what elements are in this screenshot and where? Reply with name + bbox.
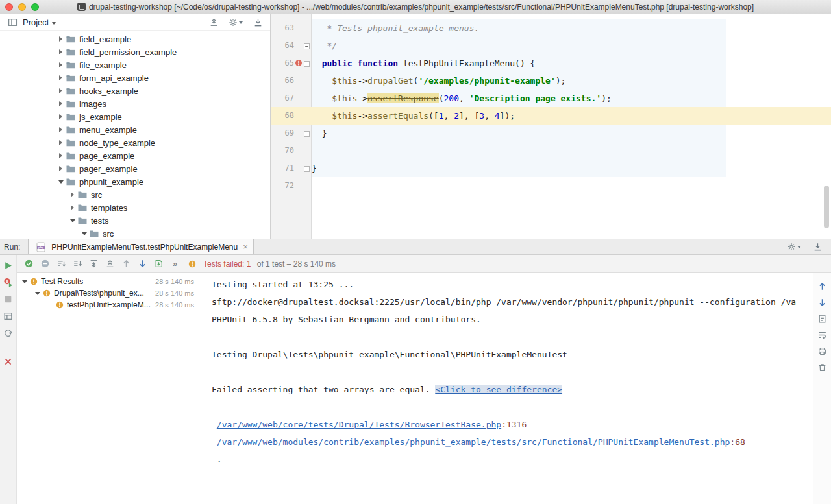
gutter-line-68[interactable]: 68 [271,107,312,125]
chevron-right-icon[interactable] [57,165,64,173]
show-passed-button[interactable] [21,258,36,270]
fold-region-icon[interactable] [304,58,310,69]
gutter-line-70[interactable]: 70 [271,142,312,160]
project-tree-item-form_api_example[interactable]: form_api_example [0,71,270,84]
gutter-line-69[interactable]: 69 [271,125,312,142]
rerun-test-button[interactable] [1,259,16,272]
zoom-window-button[interactable] [31,3,39,11]
project-tree-item-hooks_example[interactable]: hooks_example [0,84,270,97]
chevron-down-icon[interactable] [34,290,41,297]
next-stack-trace-button[interactable] [815,296,830,309]
chevron-down-icon[interactable] [69,217,76,224]
chevron-right-icon[interactable] [57,139,64,147]
close-tab-icon[interactable]: × [243,242,248,252]
chevron-right-icon[interactable] [57,75,64,82]
chevron-right-icon[interactable] [57,152,64,160]
chevron-right-icon[interactable] [57,114,64,121]
code-text[interactable]: $this->assertEquals([1, 2], [3, 4]); [312,107,831,125]
soft-wrap-button[interactable] [815,328,830,341]
restore-layout-button[interactable] [1,309,16,322]
fold-region-icon[interactable] [304,40,310,52]
fold-region-icon[interactable] [304,128,310,139]
code-text[interactable]: } [312,160,831,177]
clear-console-button[interactable] [815,361,830,374]
previous-stack-trace-button[interactable] [815,280,830,293]
sort-alphabetically-button[interactable] [70,258,84,270]
project-tree-item-menu_example[interactable]: menu_example [0,123,270,136]
project-tree-item-js_example[interactable]: js_example [0,110,270,123]
editor-scrollbar[interactable] [824,186,829,228]
toggle-auto-test-button[interactable] [1,326,16,339]
chevron-right-icon[interactable] [57,88,64,95]
code-text[interactable]: $this->drupalGet('/examples/phpunit-exam… [312,72,831,90]
expand-all-button[interactable] [86,258,101,270]
project-tree-item-pager_example[interactable]: pager_example [0,162,270,175]
test-results-tree[interactable]: Test Results28 s 140 msDrupal\Tests\phpu… [17,273,201,504]
editor[interactable]: 63 * Tests phpunit_example menus.64 */65… [271,14,831,239]
collapse-all-button[interactable] [103,258,117,270]
minimize-window-button[interactable] [18,3,26,11]
project-tree-item-node_type_example[interactable]: node_type_example [0,136,270,149]
project-tree-item-page_example[interactable]: page_example [0,149,270,162]
tool-window-icon[interactable] [5,16,19,29]
gutter-line-71[interactable]: 71 [271,160,312,177]
gutter-line-72[interactable]: 72 [271,177,312,195]
chevron-right-icon[interactable] [57,36,64,43]
close-run-panel-button[interactable] [1,355,16,368]
export-test-results-button[interactable] [815,312,830,325]
print-console-button[interactable] [815,344,830,357]
project-tree-item-templates[interactable]: templates [0,201,270,214]
project-tree-item-src[interactable]: src [0,188,270,201]
project-settings-button[interactable] [229,16,243,29]
show-ignored-button[interactable] [38,258,52,270]
chevron-right-icon[interactable] [57,126,64,134]
gutter-line-63[interactable]: 63 [271,19,312,37]
gutter-line-66[interactable]: 66 [271,72,312,90]
chevron-right-icon[interactable] [57,49,64,56]
test-tree-item[interactable]: testPhpUnitExampleM...28 s 140 ms [17,299,201,311]
chevron-right-icon[interactable] [57,101,64,108]
stack-trace-file-link[interactable]: /var/www/web/core/tests/Drupal/Tests/Bro… [217,420,501,429]
project-tree-item-src[interactable]: src [0,227,270,239]
console-output[interactable]: Testing started at 13:25 ...sftp://docke… [201,273,813,504]
test-tree-item[interactable]: Drupal\Tests\phpunit_ex...28 s 140 ms [17,287,201,299]
project-tree[interactable]: field_examplefield_permission_examplefil… [0,31,270,239]
failed-test-marker-icon[interactable] [295,58,303,69]
chevron-right-icon[interactable] [57,62,64,69]
project-tree-item-images[interactable]: images [0,97,270,110]
see-difference-link[interactable]: <Click to see difference> [435,385,562,394]
code-text[interactable]: */ [312,37,831,54]
chevron-down-icon[interactable] [57,178,64,186]
stack-trace-file-link[interactable]: /var/www/web/modules/contrib/examples/ph… [217,437,730,447]
run-tab[interactable]: php PHPUnitExampleMenuTest.testPhpUnitEx… [28,239,253,254]
gutter-line-64[interactable]: 64 [271,37,312,54]
code-text[interactable]: public function testPhpUnitExampleMenu()… [312,54,831,72]
test-tree-item[interactable]: Test Results28 s 140 ms [17,276,201,287]
collapse-all-button[interactable] [206,16,221,29]
rerun-failed-tests-button[interactable] [1,276,16,289]
chevron-right-icon[interactable] [69,191,76,198]
project-tree-item-field_example[interactable]: field_example [0,32,270,45]
import-test-results-button[interactable] [151,258,166,270]
code-text[interactable]: } [312,125,831,142]
project-tree-item-tests[interactable]: tests [0,214,270,227]
close-window-button[interactable] [5,3,13,11]
gutter-line-67[interactable]: 67 [271,90,312,107]
run-settings-button[interactable] [787,241,801,254]
hide-project-panel-button[interactable] [251,16,265,29]
project-tree-item-file_example[interactable]: file_example [0,58,270,71]
code-text[interactable] [312,177,831,195]
project-tree-item-field_permission_example[interactable]: field_permission_example [0,45,270,58]
stop-button[interactable] [1,293,16,306]
fold-region-icon[interactable] [304,163,310,174]
code-text[interactable]: $this->assertResponse(200, 'Description … [312,90,831,107]
previous-failed-test-button[interactable] [119,258,133,270]
more-options-chevron[interactable]: » [167,258,182,270]
code-text[interactable] [312,142,831,160]
project-tree-item-phpunit_example[interactable]: phpunit_example [0,175,270,188]
next-failed-test-button[interactable] [135,258,149,270]
gutter-line-65[interactable]: 65 [271,54,312,72]
chevron-down-icon[interactable] [81,230,88,237]
chevron-down-icon[interactable] [21,278,28,285]
project-header-label[interactable]: Project [23,18,49,27]
